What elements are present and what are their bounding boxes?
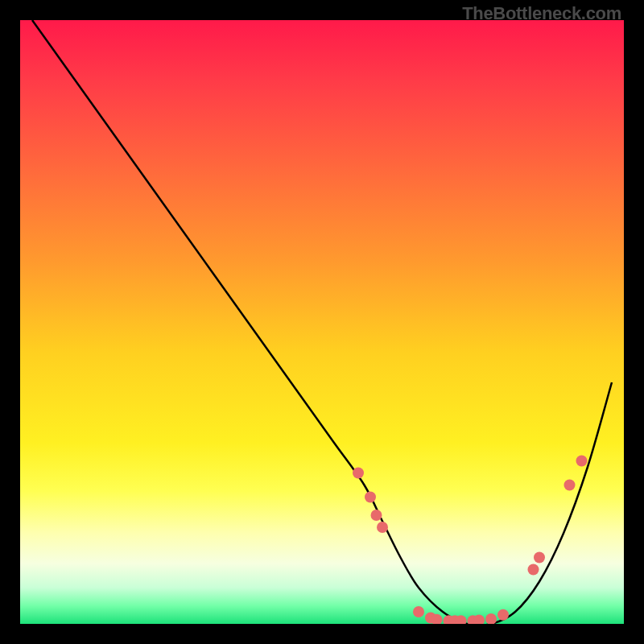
data-marker bbox=[497, 609, 509, 621]
data-marker bbox=[365, 492, 376, 503]
data-marker bbox=[413, 606, 424, 617]
data-marker bbox=[564, 480, 576, 491]
chart-root: TheBottleneck.com bbox=[0, 0, 644, 644]
data-marker bbox=[371, 510, 382, 521]
data-markers bbox=[353, 456, 588, 625]
data-marker bbox=[534, 552, 545, 564]
data-marker bbox=[576, 456, 588, 467]
bottleneck-curve bbox=[32, 20, 612, 624]
data-marker bbox=[528, 564, 539, 576]
plot-area bbox=[20, 20, 624, 624]
data-marker bbox=[353, 468, 364, 479]
data-marker bbox=[485, 613, 497, 624]
curve-layer bbox=[20, 20, 624, 624]
data-marker bbox=[377, 522, 388, 533]
